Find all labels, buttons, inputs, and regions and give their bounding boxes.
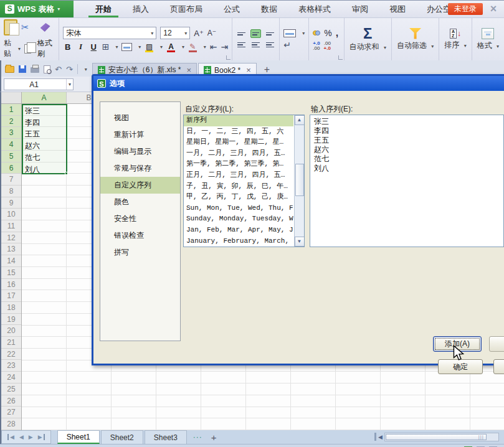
save-icon[interactable]: [19, 65, 26, 73]
sheet-tab[interactable]: Sheet3: [145, 430, 187, 444]
horizontal-scrollbar[interactable]: ◀ |||: [374, 432, 499, 441]
scrollbar-thumb[interactable]: [295, 164, 304, 196]
row-header[interactable]: 6: [1, 162, 21, 174]
next-sheet-icon[interactable]: ▶: [29, 434, 33, 440]
row-header[interactable]: 15: [1, 267, 21, 279]
row-header[interactable]: 20: [1, 325, 21, 337]
scroll-down-icon[interactable]: ▼: [295, 237, 305, 247]
row-header[interactable]: 27: [1, 407, 21, 418]
menu-tab[interactable]: 公式: [213, 1, 250, 17]
delete-button[interactable]: 删除: [489, 336, 504, 352]
sheet-tab[interactable]: Sheet1: [57, 430, 100, 444]
row-header[interactable]: 25: [1, 383, 21, 395]
chevron-down-icon[interactable]: ▾: [85, 67, 87, 72]
options-category-item[interactable]: 错误检查: [100, 227, 180, 244]
font-size-increase-button[interactable]: A⁺: [194, 29, 204, 38]
row-header[interactable]: 5: [1, 151, 21, 162]
last-sheet-icon[interactable]: ▶: [38, 434, 45, 440]
row-header[interactable]: 17: [1, 290, 21, 302]
first-sheet-icon[interactable]: ◀: [7, 434, 14, 440]
custom-list-item[interactable]: Sunday, Monday, Tuesday, W…: [184, 214, 293, 225]
font-size-select[interactable]: 12▾: [160, 27, 190, 39]
menu-tab[interactable]: 开始: [85, 1, 122, 17]
more-sheets-button[interactable]: ···: [188, 430, 207, 444]
custom-list-item[interactable]: 正月, 二月, 三月, 四月, 五…: [184, 170, 293, 181]
add-sheet-button[interactable]: +: [207, 430, 221, 444]
menu-tab[interactable]: 插入: [122, 1, 159, 17]
row-header[interactable]: 24: [1, 372, 21, 383]
row-header[interactable]: 3: [1, 127, 21, 139]
sort-button[interactable]: AZ↓ 排序 ▾: [439, 18, 472, 60]
align-middle-icon[interactable]: [250, 29, 261, 38]
scrollbar-thumb[interactable]: |||: [386, 434, 487, 440]
row-header[interactable]: 13: [1, 243, 21, 255]
options-category-item[interactable]: 编辑与显示: [100, 143, 180, 160]
custom-list-item[interactable]: 一月, 二月, 三月, 四月, 五…: [184, 148, 293, 159]
font-name-select[interactable]: 宋体▾: [63, 27, 156, 39]
ok-button[interactable]: 确定: [438, 359, 483, 374]
prev-sheet-icon[interactable]: ◀: [19, 434, 24, 440]
options-category-item[interactable]: 常规与保存: [100, 160, 180, 177]
menu-tab[interactable]: 表格样式: [288, 1, 341, 17]
row-header[interactable]: 1: [1, 104, 21, 116]
underline-button[interactable]: U: [89, 42, 98, 52]
options-category-item[interactable]: 颜色: [100, 194, 180, 210]
close-icon[interactable]: ×: [246, 65, 251, 75]
custom-list-item[interactable]: January, February, March, …: [184, 236, 293, 247]
scroll-left-icon[interactable]: ◀: [378, 434, 383, 440]
align-right-icon[interactable]: [265, 40, 275, 49]
autosum-button[interactable]: Σ 自动求和 ▾: [345, 18, 392, 60]
row-header[interactable]: 16: [1, 279, 21, 291]
cancel-button[interactable]: [493, 359, 504, 374]
font-color-icon[interactable]: A: [166, 42, 176, 51]
fill-color-icon[interactable]: ▨: [145, 42, 154, 51]
selected-range[interactable]: 张三李四王五赵六范七刘八: [22, 104, 67, 174]
indent-decrease-icon[interactable]: ⇤: [210, 42, 217, 52]
row-header[interactable]: 12: [1, 232, 21, 244]
custom-list-item[interactable]: 日, 一, 二, 三, 四, 五, 六: [184, 126, 293, 138]
bold-button[interactable]: B: [63, 42, 72, 52]
custom-list-item[interactable]: Jan, Feb, Mar, Apr, May, J…: [184, 225, 293, 236]
currency-icon[interactable]: [313, 29, 320, 37]
cell-style-icon[interactable]: [121, 43, 132, 51]
row-header[interactable]: 2: [1, 116, 21, 128]
row-header[interactable]: 19: [1, 314, 21, 326]
login-badge[interactable]: 未登录: [448, 3, 483, 15]
row-header[interactable]: 11: [1, 220, 21, 232]
font-size-decrease-button[interactable]: A⁻: [207, 29, 216, 37]
options-category-item[interactable]: 拼写: [100, 244, 180, 261]
row-header[interactable]: 22: [1, 349, 21, 360]
format-painter-button[interactable]: 格式刷: [37, 38, 55, 59]
row-header[interactable]: 23: [1, 360, 21, 372]
row-header[interactable]: 26: [1, 395, 21, 407]
redo-icon[interactable]: ↷: [66, 65, 73, 74]
pane-splitter[interactable]: [374, 433, 376, 441]
menu-tab[interactable]: 数据: [250, 1, 288, 17]
autofilter-button[interactable]: 自动筛选 ▾: [392, 18, 439, 60]
row-header[interactable]: 10: [1, 209, 21, 220]
decrease-decimal-icon[interactable]: .00+.0: [324, 41, 331, 51]
menu-tab[interactable]: 审阅: [341, 1, 379, 17]
input-series-field[interactable]: 张三李四王五赵六范七刘八: [310, 115, 504, 247]
options-category-item[interactable]: 视图: [100, 110, 180, 126]
percent-icon[interactable]: %: [324, 28, 331, 38]
paste-icon[interactable]: [4, 19, 17, 35]
options-category-item[interactable]: 安全性: [100, 210, 180, 227]
options-category-item[interactable]: 自定义序列: [100, 177, 180, 194]
custom-list-item[interactable]: Sun, Mon, Tue, Wed, Thu, F…: [184, 203, 293, 214]
row-header[interactable]: 8: [1, 186, 21, 197]
options-category-item[interactable]: 重新计算: [100, 126, 180, 143]
menu-tab[interactable]: 页面布局: [159, 1, 213, 17]
indent-increase-icon[interactable]: ⇥: [221, 42, 228, 52]
scroll-up-icon[interactable]: ▲: [295, 115, 305, 125]
paste-button[interactable]: 粘贴▾: [4, 38, 21, 59]
listbox-scrollbar[interactable]: ▲ ▼: [294, 115, 304, 247]
row-header[interactable]: 9: [1, 197, 21, 209]
custom-list-item[interactable]: 甲, 乙, 丙, 丁, 戊, 己, 庚…: [184, 192, 293, 203]
merge-cells-icon[interactable]: [283, 29, 296, 37]
print-icon[interactable]: [31, 67, 39, 73]
custom-list-item[interactable]: 新序列: [184, 115, 293, 126]
chevron-down-icon[interactable]: ▾: [66, 79, 73, 90]
sheet-tab[interactable]: Sheet2: [101, 430, 143, 444]
copy-icon[interactable]: [24, 44, 31, 54]
